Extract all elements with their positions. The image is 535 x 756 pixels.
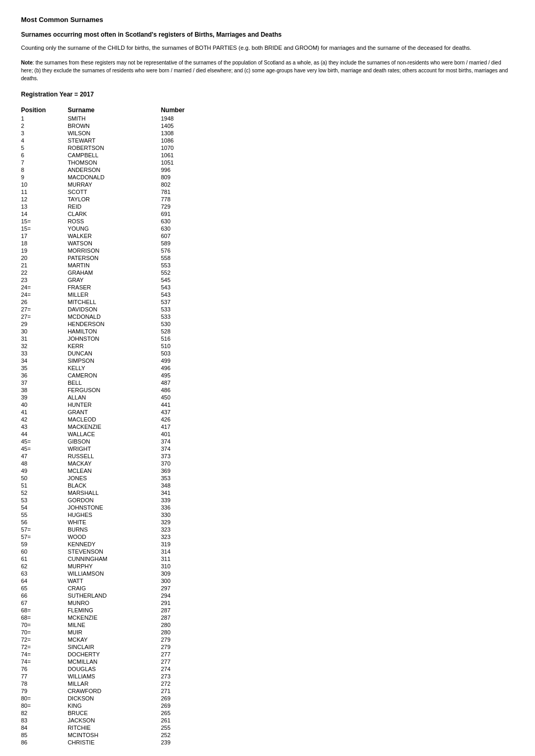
position-cell: 34: [21, 357, 68, 364]
number-cell: 729: [161, 203, 231, 210]
number-cell: 630: [161, 218, 231, 225]
table-row: 85MCINTOSH252: [21, 731, 231, 739]
table-row: 26MITCHELL537: [21, 298, 231, 306]
position-cell: 29: [21, 320, 68, 328]
number-cell: 487: [161, 379, 231, 386]
surname-cell: ANDERSON: [68, 166, 161, 174]
surname-cell: MCKAY: [68, 636, 161, 643]
number-cell: 261: [161, 717, 231, 724]
table-row: 15=YOUNG630: [21, 225, 231, 232]
position-cell: 62: [21, 563, 68, 570]
number-cell: 252: [161, 731, 231, 739]
surname-cell: HAMILTON: [68, 328, 161, 335]
table-row: 37BELL487: [21, 379, 231, 386]
position-cell: 60: [21, 548, 68, 555]
number-cell: 802: [161, 181, 231, 188]
number-cell: 274: [161, 665, 231, 673]
number-cell: 374: [161, 438, 231, 445]
table-row: 39ALLAN450: [21, 394, 231, 401]
surname-cell: MACKENZIE: [68, 423, 161, 430]
position-cell: 15=: [21, 218, 68, 225]
number-cell: 437: [161, 408, 231, 416]
number-cell: 319: [161, 541, 231, 548]
number-cell: 329: [161, 519, 231, 526]
number-cell: 1948: [161, 115, 231, 122]
number-cell: 503: [161, 350, 231, 357]
number-cell: 630: [161, 225, 231, 232]
position-cell: 18: [21, 240, 68, 247]
note-text: : the surnames from these registers may …: [21, 60, 508, 81]
number-cell: 280: [161, 621, 231, 629]
position-cell: 61: [21, 555, 68, 563]
number-cell: 353: [161, 474, 231, 482]
position-cell: 59: [21, 541, 68, 548]
position-cell: 55: [21, 511, 68, 519]
surname-cell: ROSS: [68, 218, 161, 225]
position-cell: 38: [21, 386, 68, 394]
table-row: 32KERR510: [21, 342, 231, 350]
number-cell: 287: [161, 607, 231, 614]
table-row: 82BRUCE265: [21, 709, 231, 717]
surname-cell: FERGUSON: [68, 386, 161, 394]
position-cell: 52: [21, 489, 68, 496]
surnames-table: Position Surname Number 1SMITH19482BROWN…: [21, 105, 231, 746]
position-cell: 44: [21, 430, 68, 438]
table-row: 62MURPHY310: [21, 563, 231, 570]
surname-cell: MUNRO: [68, 599, 161, 607]
number-cell: 809: [161, 174, 231, 181]
number-cell: 279: [161, 643, 231, 651]
surname-cell: BURNS: [68, 526, 161, 533]
position-cell: 74=: [21, 658, 68, 665]
table-row: 72=SINCLAIR279: [21, 643, 231, 651]
surname-cell: WATSON: [68, 240, 161, 247]
table-row: 56WHITE329: [21, 519, 231, 526]
number-cell: 450: [161, 394, 231, 401]
position-cell: 20: [21, 254, 68, 262]
table-row: 40HUNTER441: [21, 401, 231, 408]
position-cell: 45=: [21, 445, 68, 452]
table-row: 57=BURNS323: [21, 526, 231, 533]
surname-cell: REID: [68, 203, 161, 210]
surname-cell: RUSSELL: [68, 452, 161, 460]
number-cell: 589: [161, 240, 231, 247]
table-row: 7THOMSON1051: [21, 159, 231, 166]
position-cell: 22: [21, 269, 68, 276]
surname-cell: KENNEDY: [68, 541, 161, 548]
table-row: 74=MCMILLAN277: [21, 658, 231, 665]
surname-cell: MUIR: [68, 629, 161, 636]
table-row: 3WILSON1308: [21, 129, 231, 137]
number-cell: 781: [161, 188, 231, 196]
number-cell: 336: [161, 504, 231, 511]
position-cell: 86: [21, 739, 68, 746]
surname-cell: WOOD: [68, 533, 161, 541]
surname-cell: KING: [68, 702, 161, 709]
surname-cell: BRUCE: [68, 709, 161, 717]
surname-cell: WILSON: [68, 129, 161, 137]
position-cell: 11: [21, 188, 68, 196]
surname-cell: CLARK: [68, 210, 161, 218]
position-cell: 40: [21, 401, 68, 408]
position-cell: 24=: [21, 291, 68, 298]
position-cell: 32: [21, 342, 68, 350]
number-cell: 552: [161, 269, 231, 276]
number-cell: 323: [161, 526, 231, 533]
subtitle: Surnames occurring most often in Scotlan…: [21, 31, 514, 38]
surname-cell: MCKENZIE: [68, 614, 161, 621]
number-cell: 330: [161, 511, 231, 519]
position-cell: 53: [21, 496, 68, 504]
table-row: 68=FLEMING287: [21, 607, 231, 614]
table-row: 55HUGHES330: [21, 511, 231, 519]
position-cell: 74=: [21, 651, 68, 658]
surname-cell: YOUNG: [68, 225, 161, 232]
table-row: 31JOHNSTON516: [21, 335, 231, 342]
position-cell: 85: [21, 731, 68, 739]
surname-cell: MURPHY: [68, 563, 161, 570]
table-row: 24=FRASER543: [21, 284, 231, 291]
note-label: Note: [21, 60, 33, 66]
number-cell: 311: [161, 555, 231, 563]
table-row: 53GORDON339: [21, 496, 231, 504]
table-row: 8ANDERSON996: [21, 166, 231, 174]
table-row: 1SMITH1948: [21, 115, 231, 122]
number-cell: 558: [161, 254, 231, 262]
position-cell: 30: [21, 328, 68, 335]
